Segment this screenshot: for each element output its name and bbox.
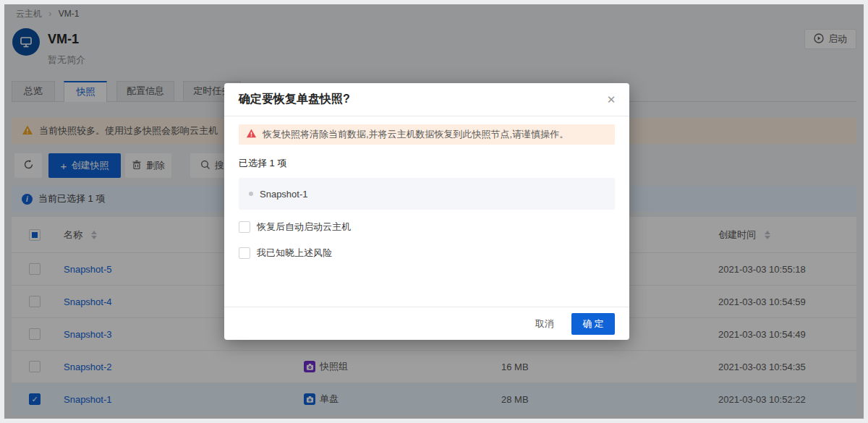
dialog-title: 确定要恢复单盘快照? bbox=[239, 92, 350, 107]
cancel-button[interactable]: 取消 bbox=[535, 317, 554, 330]
dialog-footer: 取消 确定 bbox=[224, 307, 629, 340]
confirm-button[interactable]: 确定 bbox=[571, 313, 615, 335]
selected-items-panel: Snapshot-1 bbox=[239, 178, 615, 210]
alert-triangle-icon bbox=[246, 128, 257, 141]
bullet-icon bbox=[249, 192, 253, 196]
selected-snapshot-name: Snapshot-1 bbox=[260, 189, 308, 200]
dialog-header: 确定要恢复单盘快照? ✕ bbox=[224, 83, 629, 116]
risk-ack-checkbox-row: 我已知晓上述风险 bbox=[239, 246, 332, 260]
revert-snapshot-dialog: 确定要恢复单盘快照? ✕ 恢复快照将清除当前数据,并将云主机数据恢复到此快照节点… bbox=[224, 83, 629, 340]
app-page: 云主机 › VM-1 VM-1 暂无简介 启动 总览 快照 配置信息 定时任务 … bbox=[4, 4, 864, 419]
close-icon[interactable]: ✕ bbox=[603, 92, 619, 108]
selected-count-label: 已选择 1 项 bbox=[239, 157, 286, 170]
risk-ack-checkbox[interactable] bbox=[239, 247, 250, 259]
autostart-checkbox[interactable] bbox=[239, 221, 250, 233]
autostart-checkbox-row: 恢复后自动启动云主机 bbox=[239, 220, 351, 234]
danger-alert-banner: 恢复快照将清除当前数据,并将云主机数据恢复到此快照节点,请谨慎操作。 bbox=[239, 124, 615, 145]
